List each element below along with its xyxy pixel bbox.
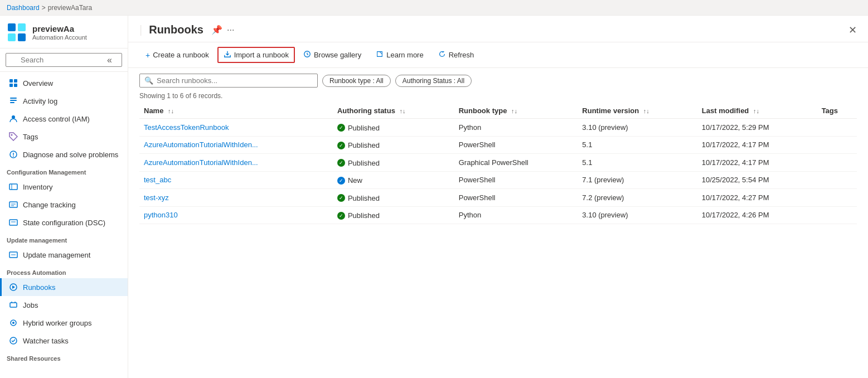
sort-modified-icon[interactable]: ↑↓ [753,108,759,114]
status-dot: ✓ [337,194,345,202]
status-text: Published [348,159,380,167]
content-area: | Runbooks 📌 ··· ✕ + Create a runbook Im… [128,16,868,378]
runbooks-table: Name ↑↓ Authoring status ↑↓ Runbook type… [139,103,857,224]
table-row[interactable]: test-xyz✓PublishedPowerShell7.2 (preview… [139,189,857,207]
table-row[interactable]: test_abc✓NewPowerShell7.1 (preview)10/25… [139,171,857,189]
cell-runtime-version: 3.10 (preview) [578,119,697,137]
cell-tags [817,136,857,154]
runbooks-icon [8,282,18,292]
sidebar-item-access-control-label: Access control (IAM) [23,115,90,123]
pin-button[interactable]: 📌 [209,23,225,36]
cell-last-modified: 10/17/2022, 4:26 PM [697,206,817,224]
sort-runtime-icon[interactable]: ↑↓ [643,108,649,114]
cell-last-modified: 10/17/2022, 4:17 PM [697,136,817,154]
create-runbook-button[interactable]: + Create a runbook [139,47,215,63]
close-button[interactable]: ✕ [848,24,857,36]
sidebar-item-update-management[interactable]: Update management [0,246,128,264]
state-config-icon [8,217,18,227]
cell-authoring-status: ✓New [333,171,454,189]
sidebar: previewAa Automation Account 🔍 « Overvie… [0,16,128,378]
cell-name: AzureAutomationTutorialWithIden... [139,136,333,154]
table-row[interactable]: AzureAutomationTutorialWithIden...✓Publi… [139,136,857,154]
watcher-tasks-icon [8,336,18,346]
runbook-type-filter[interactable]: Runbook type : All [322,75,391,87]
cell-authoring-status: ✓Published [333,189,454,207]
svg-point-15 [13,156,14,157]
search-input[interactable] [6,53,122,67]
cell-tags [817,119,857,137]
svg-rect-21 [9,220,17,225]
sidebar-search-wrap: 🔍 « [6,53,122,67]
search-runbooks-input[interactable] [157,76,313,85]
sidebar-item-hybrid-worker[interactable]: Hybrid worker groups [0,314,128,332]
activity-log-icon [8,96,18,106]
more-options-button[interactable]: ··· [225,24,236,36]
status-text: New [348,176,362,185]
create-runbook-label: Create a runbook [153,51,208,59]
breadcrumb-separator: > [42,4,46,12]
sort-type-icon[interactable]: ↑↓ [511,108,517,114]
learn-more-label: Learn more [386,51,423,59]
cell-runtime-version: 7.2 (preview) [578,189,697,207]
sidebar-item-diagnose[interactable]: Diagnose and solve problems [0,146,128,163]
sidebar-item-tags[interactable]: Tags [0,128,128,146]
cell-authoring-status: ✓Published [333,206,454,224]
table-row[interactable]: python310✓PublishedPython3.10 (preview)1… [139,206,857,224]
sort-authoring-icon[interactable]: ↑↓ [400,108,406,114]
refresh-button[interactable]: Refresh [432,47,481,63]
sidebar-item-inventory[interactable]: Inventory [0,178,128,196]
cell-name: test-xyz [139,189,333,207]
cell-name: AzureAutomationTutorialWithIden... [139,154,333,172]
table-area: 🔍 Runbook type : All Authoring Status : … [128,68,868,378]
tags-icon [8,132,18,142]
sidebar-item-runbooks-label: Runbooks [23,283,56,292]
import-runbook-button[interactable]: Import a runbook [217,47,295,63]
sidebar-item-jobs[interactable]: Jobs [0,296,128,314]
svg-rect-0 [8,23,16,31]
cell-name: python310 [139,206,333,224]
col-header-tags: Tags [817,103,857,119]
cell-runbook-type: PowerShell [454,189,578,207]
sidebar-item-runbooks[interactable]: Runbooks [0,278,128,296]
svg-point-11 [12,115,15,119]
cell-authoring-status: ✓Published [333,136,454,154]
update-management-icon [8,250,18,260]
sidebar-item-change-tracking[interactable]: Change tracking [0,196,128,214]
status-dot: ✓ [337,142,345,149]
breadcrumb: Dashboard > previewAaTara [0,0,868,16]
sidebar-item-state-config[interactable]: State configuration (DSC) [0,214,128,231]
content-header: | Runbooks 📌 ··· ✕ [128,16,868,42]
search-runbooks-wrap: 🔍 [139,74,318,88]
cell-runbook-type: PowerShell [454,136,578,154]
sidebar-item-jobs-label: Jobs [23,301,38,309]
sidebar-item-activity-log-label: Activity log [23,97,57,105]
sidebar-collapse-icon[interactable]: « [107,55,112,65]
account-logo [7,22,27,42]
account-subtitle: Automation Account [32,34,87,41]
sidebar-item-update-management-label: Update management [23,251,90,259]
sidebar-item-activity-log[interactable]: Activity log [0,92,128,110]
sidebar-item-overview[interactable]: Overview [0,74,128,92]
sidebar-item-change-tracking-label: Change tracking [23,201,76,209]
breadcrumb-parent[interactable]: Dashboard [7,4,40,12]
svg-rect-7 [14,84,17,87]
cell-last-modified: 10/17/2022, 4:17 PM [697,154,817,172]
cell-runbook-type: Graphical PowerShell [454,154,578,172]
learn-more-button[interactable]: Learn more [370,47,429,63]
svg-rect-3 [18,33,26,41]
sidebar-item-watcher-tasks[interactable]: Watcher tasks [0,332,128,350]
authoring-status-filter[interactable]: Authoring Status : All [395,75,472,87]
browse-icon [303,50,311,60]
sidebar-item-access-control[interactable]: Access control (IAM) [0,110,128,128]
refresh-icon [438,50,446,60]
svg-rect-6 [9,84,13,87]
svg-rect-4 [9,79,13,83]
hybrid-worker-icon [8,318,18,328]
table-row[interactable]: TestAccessTokenRunbook✓PublishedPython3.… [139,119,857,137]
sort-name-icon[interactable]: ↑↓ [168,108,174,114]
section-shared-resources: Shared Resources [0,350,128,364]
browse-gallery-button[interactable]: Browse gallery [297,47,367,63]
cell-tags [817,171,857,189]
table-row[interactable]: AzureAutomationTutorialWithIden...✓Publi… [139,154,857,172]
cell-runtime-version: 5.1 [578,154,697,172]
